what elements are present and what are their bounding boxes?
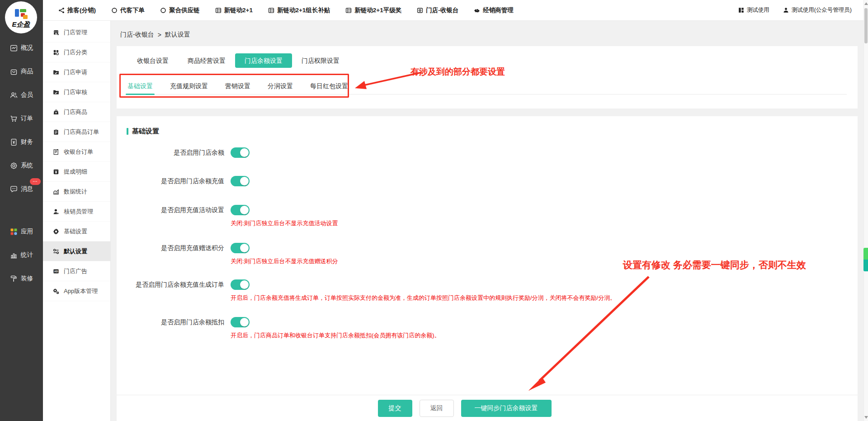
chat-icon bbox=[10, 185, 18, 193]
submenu-store-goods-orders[interactable]: 门店商品订单 bbox=[43, 122, 110, 142]
sidebar-label: 消息 bbox=[21, 185, 33, 193]
table-icon bbox=[215, 7, 222, 14]
topnav-store-cashier[interactable]: 门店-收银台 bbox=[417, 6, 458, 14]
grid-icon bbox=[738, 7, 744, 13]
circle-icon bbox=[160, 7, 166, 14]
subtab-basic-settings[interactable]: 基础设置 bbox=[127, 81, 153, 94]
gear-filled-icon bbox=[53, 228, 59, 235]
subtab-recharge-rules[interactable]: 充值规则设置 bbox=[170, 81, 208, 94]
sidebar-label: 财务 bbox=[21, 138, 33, 146]
edge-widget-top[interactable] bbox=[863, 248, 868, 260]
cart-icon bbox=[10, 115, 18, 123]
topnav-xinliandong-2plus1[interactable]: 新链动2+1 bbox=[215, 6, 253, 14]
breadcrumb-parent[interactable]: 门店-收银台 bbox=[120, 31, 154, 39]
sidebar-item-apps[interactable]: 应用 bbox=[0, 220, 43, 243]
table-icon bbox=[345, 7, 352, 14]
topnav-xinliandong-pingji-award[interactable]: 新链动2+1平级奖 bbox=[345, 6, 401, 14]
tab-store-permission-settings[interactable]: 门店权限设置 bbox=[292, 53, 349, 68]
test-use-menu[interactable]: 测试使用 bbox=[738, 6, 769, 14]
messages-badge: ... bbox=[30, 178, 41, 185]
setting-row: 是否启用充值赠送积分 关闭:则门店独立后台不显示充值赠送积分 bbox=[117, 243, 858, 265]
topnav-juhe-supply-chain[interactable]: 聚合供应链 bbox=[160, 6, 200, 14]
toggle-enable-balance-deduction[interactable] bbox=[231, 317, 250, 327]
submenu-cashier-orders[interactable]: 收银台订单 bbox=[43, 142, 110, 162]
submenu-store-application[interactable]: 门店申请 bbox=[43, 62, 110, 82]
submenu-commission-details[interactable]: 提成明细 bbox=[43, 162, 110, 182]
sidebar-label: 订单 bbox=[21, 114, 33, 123]
section-header: 基础设置 bbox=[117, 116, 858, 136]
sidebar-item-goods[interactable]: 商品 bbox=[0, 60, 43, 83]
topnav-tuike-distribution[interactable]: 推客(分销) bbox=[58, 6, 96, 14]
tab-cashier-settings[interactable]: 收银台设置 bbox=[127, 53, 178, 68]
settings-form: 是否启用门店余额 是否启用门店余额充值 是否启用充值活动设置 关闭:则门店独立后… bbox=[117, 147, 858, 340]
page-scrollbar[interactable] bbox=[863, 0, 868, 421]
scrollbar-up-arrow[interactable] bbox=[864, 2, 868, 5]
sidebar-item-stats[interactable]: 统计 bbox=[0, 243, 43, 267]
logo-text: E企盈 bbox=[12, 20, 30, 29]
sidebar-item-system[interactable]: 系统 bbox=[0, 154, 43, 177]
submenu-label: 收银台订单 bbox=[64, 148, 93, 156]
topnav-label: 新链动2+1 bbox=[224, 6, 253, 14]
topnav-xinliandong-leader-subsidy[interactable]: 新链动2+1组长补贴 bbox=[268, 6, 330, 14]
sidebar-item-finance[interactable]: 财务 bbox=[0, 130, 43, 154]
edge-widget-bottom[interactable] bbox=[863, 260, 868, 271]
submit-button[interactable]: 提交 bbox=[378, 400, 412, 417]
submenu-store-goods[interactable]: 门店商品 bbox=[43, 102, 110, 122]
subtab-marketing[interactable]: 营销设置 bbox=[225, 81, 250, 94]
subtabs-row: 基础设置 充值规则设置 营销设置 分润设置 每日红包设置 bbox=[127, 81, 847, 95]
section-title: 基础设置 bbox=[132, 127, 159, 136]
submenu-label: 门店商品 bbox=[64, 108, 87, 116]
account-menu[interactable]: 测试使用(公众号管理员) bbox=[783, 6, 852, 14]
submenu-label: 基础设置 bbox=[64, 227, 87, 236]
sidebar-item-orders[interactable]: 订单 bbox=[0, 107, 43, 130]
account-label: 测试使用(公众号管理员) bbox=[792, 6, 852, 14]
person-icon bbox=[53, 208, 59, 215]
edge-widget[interactable] bbox=[863, 248, 868, 271]
toggle-enable-recharge-points[interactable] bbox=[231, 243, 250, 253]
setting-note: 开启后，门店余额充值将生成订单，订单按照实际支付的金额为准，生成的订单按照门店余… bbox=[231, 294, 858, 302]
submenu-app-version[interactable]: App版本管理 bbox=[43, 281, 110, 301]
tab-goods-operation-settings[interactable]: 商品经营设置 bbox=[178, 53, 235, 68]
table-icon bbox=[268, 7, 274, 14]
submenu-store-management[interactable]: 门店管理 bbox=[43, 23, 110, 43]
toggle-enable-balance-recharge[interactable] bbox=[231, 176, 250, 186]
user-icon bbox=[783, 7, 789, 13]
submenu-store-category[interactable]: 门店分类 bbox=[43, 43, 110, 62]
submenu-default-settings[interactable]: 默认设置 bbox=[43, 241, 110, 261]
topnav-daike-order[interactable]: 代客下单 bbox=[111, 6, 145, 14]
toggle-enable-store-balance[interactable] bbox=[231, 147, 250, 158]
tabs-card: 收银台设置 商品经营设置 门店余额设置 门店权限设置 基础设置 充值规则设置 营… bbox=[117, 46, 858, 109]
setting-note: 关闭:则门店独立后台不显示充值赠送积分 bbox=[231, 257, 858, 265]
submenu-data-statistics[interactable]: 数据统计 bbox=[43, 182, 110, 202]
scrollbar-down-arrow[interactable] bbox=[864, 416, 868, 419]
subtab-profit-sharing[interactable]: 分润设置 bbox=[268, 81, 293, 94]
scrollbar-thumb[interactable] bbox=[864, 8, 868, 43]
toggle-enable-recharge-order[interactable] bbox=[231, 279, 250, 290]
sidebar-item-messages[interactable]: 消息 ... bbox=[0, 177, 43, 201]
sidebar-label: 概况 bbox=[21, 44, 33, 52]
paint-roller-icon bbox=[10, 275, 18, 283]
submenu-verifier-management[interactable]: 核销员管理 bbox=[43, 202, 110, 222]
sidebar-label: 应用 bbox=[21, 227, 33, 236]
bar-chart-icon bbox=[10, 251, 18, 259]
folder-check-icon bbox=[53, 89, 59, 95]
settings-list-icon bbox=[53, 248, 59, 255]
section-accent-bar bbox=[127, 128, 128, 135]
tab-store-balance-settings[interactable]: 门店余额设置 bbox=[235, 53, 292, 68]
sidebar-item-overview[interactable]: 概况 bbox=[0, 36, 43, 60]
back-button[interactable]: 返回 bbox=[420, 400, 454, 417]
submenu-label: 提成明细 bbox=[64, 168, 87, 176]
sidebar-item-members[interactable]: 会员 bbox=[0, 83, 43, 107]
setting-row: 是否启用充值活动设置 关闭:则门店独立后台不显示充值活动设置 bbox=[117, 205, 858, 227]
submenu-store-review[interactable]: 门店审核 bbox=[43, 82, 110, 102]
sync-store-balance-button[interactable]: 一键同步门店余额设置 bbox=[461, 400, 552, 417]
setting-label: 是否启用门店余额充值生成订单 bbox=[117, 281, 224, 289]
subtab-daily-red-packet[interactable]: 每日红包设置 bbox=[310, 81, 348, 94]
sidebar-item-decorate[interactable]: 装修 bbox=[0, 267, 43, 290]
submenu-basic-settings[interactable]: 基础设置 bbox=[43, 222, 110, 241]
svg-text:AD: AD bbox=[54, 270, 58, 273]
topnav-label: 聚合供应链 bbox=[169, 6, 200, 14]
topnav-dealer-management[interactable]: 经销商管理 bbox=[474, 6, 514, 14]
submenu-store-ads[interactable]: AD 门店广告 bbox=[43, 261, 110, 281]
toggle-enable-recharge-activity[interactable] bbox=[231, 205, 250, 215]
